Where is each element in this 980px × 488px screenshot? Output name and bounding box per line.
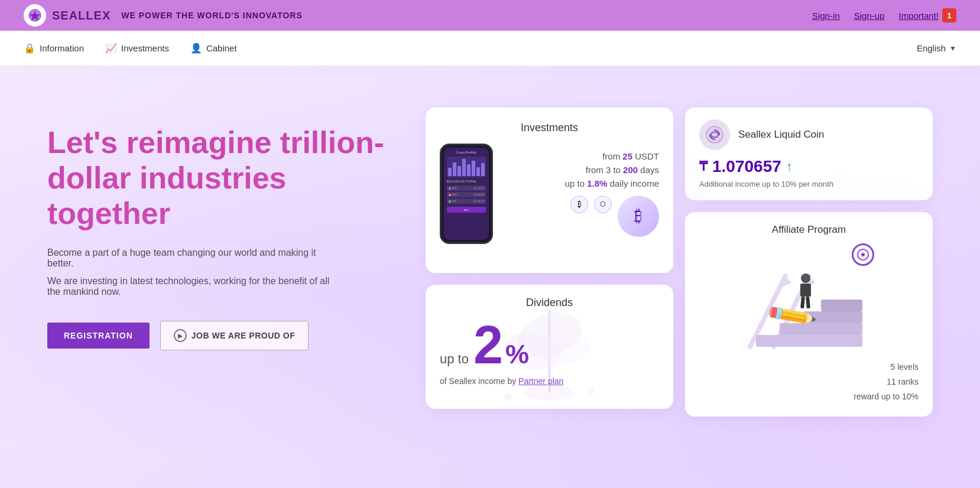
slc-price-value: 1.070657	[712, 157, 781, 176]
hero-left: Let's reimagine trillion-dollar industri…	[47, 102, 390, 350]
hero-subtitle-2: We are investing in latest technologies,…	[47, 276, 331, 297]
investments-card-title: Investments	[440, 122, 659, 134]
inv-stat-2: from 3 to 200 days	[501, 165, 659, 175]
svg-point-2	[525, 384, 575, 401]
logo-text: SEALLEX	[52, 9, 111, 22]
dividends-upto: up to	[440, 352, 469, 367]
job-button[interactable]: ▶ JOB WE ARE PROUD OF	[160, 321, 309, 350]
dividends-percent-sym: %	[505, 339, 529, 370]
affiliate-levels: 5 levels	[699, 360, 919, 375]
nav-info-label: Information	[40, 43, 84, 53]
dividends-percent-num: 2	[473, 318, 503, 372]
important-button[interactable]: Important! 1	[898, 8, 956, 22]
logo[interactable]: SEALLEX	[24, 4, 111, 27]
slc-trend-icon: ↑	[786, 159, 793, 174]
phone-btn: BUY	[447, 207, 486, 213]
phone-rows: BTC $5,104.00 ETH $3,108.88	[447, 186, 486, 204]
chevron-down-icon: ▼	[949, 44, 956, 53]
slc-description: Additional income up to 10% per month	[699, 180, 919, 188]
inv-stat-3: up to 1.8% daily income	[501, 178, 659, 188]
phone-amount: $10,234.00 TOTAL	[447, 180, 486, 183]
svg-point-7	[504, 392, 512, 401]
dividends-card: Dividends up to	[426, 285, 673, 409]
slc-header: Seallex Liquid Coin	[699, 119, 919, 150]
cards-left-col: Investments Crypto Portfolio	[426, 108, 673, 417]
inv-stat-200: 200	[623, 165, 638, 175]
coin-small-1: ₿	[570, 196, 588, 213]
phone-screen: Crypto Portfolio $10	[444, 148, 489, 240]
topbar: SEALLEX WE POWER THE WORLD'S INNOVATORS …	[0, 0, 980, 31]
hero-title: Let's reimagine trillion-dollar industri…	[47, 125, 390, 231]
affiliate-reward: reward up to 10%	[699, 389, 919, 404]
investments-details: from 25 USDT from 3 to 200 days up to 1.…	[501, 151, 659, 237]
svg-point-8	[588, 388, 594, 394]
hero-subtitle-1: Become a part of a huge team changing ou…	[47, 248, 331, 269]
affiliate-stats: 5 levels 11 ranks reward up to 10%	[699, 360, 919, 405]
phone-mockup: Crypto Portfolio $10	[440, 144, 493, 244]
dividends-content: up to 2 % of Seallex income by Partner p…	[440, 318, 659, 386]
phone-row: BTC $5,104.00	[447, 186, 486, 191]
nav-cabinet-label: Cabinet	[206, 43, 237, 53]
nav-investments[interactable]: 📈 Investments	[105, 43, 169, 54]
cards-right-col: Seallex Liquid Coin ₸ 1.070657 ↑ Additio…	[685, 108, 933, 417]
nav-investments-label: Investments	[121, 43, 169, 53]
navbar: 🔒 Information 📈 Investments 👤 Cabinet En…	[0, 31, 980, 66]
slc-price: ₸ 1.070657 ↑	[699, 157, 919, 176]
language-label: English	[917, 43, 946, 53]
phone-chart	[447, 157, 486, 177]
registration-button[interactable]: REGISTRATION	[47, 323, 150, 349]
investments-card: Investments Crypto Portfolio	[426, 108, 673, 273]
nav-cabinet[interactable]: 👤 Cabinet	[190, 43, 237, 54]
coin-large-btc: ₿	[618, 196, 659, 237]
hero-section: Let's reimagine trillion-dollar industri…	[0, 66, 980, 488]
inv-coins: ₿ ⬡ ₿	[501, 196, 659, 237]
slc-currency: ₸	[699, 159, 708, 174]
affiliate-card: Affiliate Program	[685, 212, 933, 417]
inv-stat-1: from 25 USDT	[501, 151, 659, 161]
partner-plan-link[interactable]: Partner plan	[518, 376, 563, 386]
dividends-description: of Seallex income by Partner plan	[440, 376, 659, 386]
affiliate-illustration: ✏️	[699, 240, 919, 353]
slc-icon	[699, 119, 730, 150]
topbar-right: Sign-in Sign-up Important! 1	[812, 8, 956, 22]
notification-badge: 1	[942, 8, 956, 22]
hero-right: Investments Crypto Portfolio	[390, 102, 933, 417]
slc-card: Seallex Liquid Coin ₸ 1.070657 ↑ Additio…	[685, 108, 933, 200]
job-button-label: JOB WE ARE PROUD OF	[192, 331, 295, 340]
topbar-slogan: WE POWER THE WORLD'S INNOVATORS	[121, 11, 303, 20]
signin-link[interactable]: Sign-in	[812, 11, 840, 21]
phone-row: ETH $3,108.88	[447, 192, 486, 197]
nav-items: 🔒 Information 📈 Investments 👤 Cabinet	[24, 43, 237, 54]
nav-information[interactable]: 🔒 Information	[24, 43, 84, 54]
slc-title: Seallex Liquid Coin	[738, 129, 825, 141]
affiliate-ranks: 11 ranks	[699, 375, 919, 389]
svg-point-9	[706, 126, 723, 143]
affiliate-title: Affiliate Program	[699, 224, 919, 236]
inv-stat-18: 1.8%	[587, 178, 607, 188]
play-icon: ▶	[174, 329, 187, 342]
phone-screen-title: Crypto Portfolio	[447, 151, 486, 154]
phone-row: LTC $1,755.70	[447, 199, 486, 204]
user-icon: 👤	[190, 43, 202, 54]
language-selector[interactable]: English ▼	[917, 43, 956, 53]
logo-icon	[24, 4, 46, 27]
investments-content: Crypto Portfolio $10	[440, 144, 659, 244]
coin-small-2: ⬡	[594, 196, 612, 213]
chart-icon: 📈	[105, 43, 117, 54]
signup-link[interactable]: Sign-up	[854, 11, 885, 21]
info-icon: 🔒	[24, 43, 35, 54]
dividends-value: up to 2 %	[440, 318, 659, 372]
hero-buttons: REGISTRATION ▶ JOB WE ARE PROUD OF	[47, 321, 390, 350]
inv-stat-25: 25	[622, 151, 632, 161]
dividends-card-title: Dividends	[440, 297, 659, 309]
